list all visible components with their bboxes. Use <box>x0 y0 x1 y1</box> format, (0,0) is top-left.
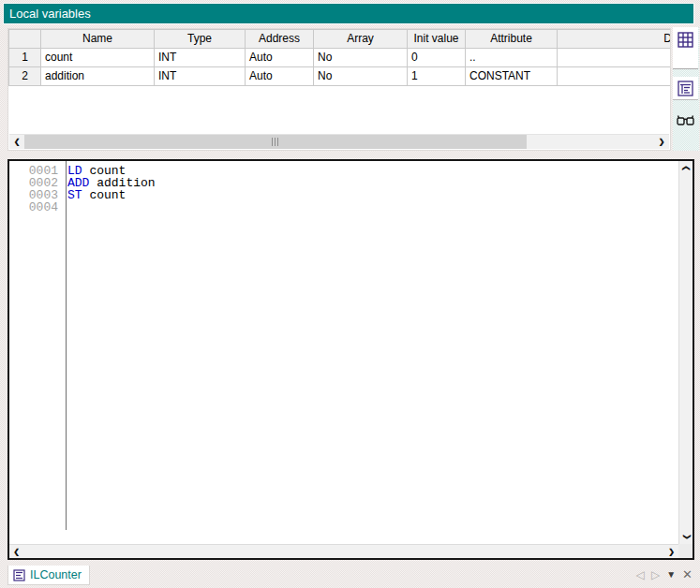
editor-vscrollbar[interactable]: ❮ ❮ <box>678 161 693 544</box>
il-code-editor: 0001 LD count 0002 ADD addition 0003 ST … <box>7 159 694 560</box>
scroll-left-button[interactable]: ❮ <box>9 135 24 149</box>
pane-title: Local variables <box>3 3 694 24</box>
col-header-attribute[interactable]: Attribute <box>466 30 558 49</box>
binoculars-icon <box>677 114 694 133</box>
variables-table: Name Type Address Array Init value Attri… <box>8 29 671 86</box>
cell-attribute[interactable]: CONSTANT <box>466 67 558 86</box>
cell-address[interactable]: Auto <box>246 49 314 67</box>
cell-init-value[interactable]: 1 <box>408 67 466 86</box>
view-toolbar <box>673 27 699 151</box>
grid-view-icon <box>678 32 693 68</box>
row-selector[interactable]: 2 <box>9 67 41 86</box>
cell-type[interactable]: INT <box>155 49 246 67</box>
cell-type[interactable]: INT <box>155 67 246 86</box>
close-tab-icon[interactable]: ✕ <box>682 567 693 581</box>
col-header-type[interactable]: Type <box>155 30 246 49</box>
document-tab-bar: ILCounter ◁ ▷ ▼ ✕ <box>0 560 700 588</box>
col-header-address[interactable]: Address <box>246 30 314 49</box>
program-tab-icon <box>13 569 25 581</box>
scrollbar-grip-icon <box>272 138 279 146</box>
code-line: 0004 <box>9 201 678 213</box>
row-selector[interactable]: 1 <box>9 49 41 67</box>
cell-name[interactable]: addition <box>41 67 155 86</box>
chevron-up-icon: ❮ <box>681 165 690 171</box>
form-view-button[interactable] <box>673 77 698 100</box>
chevron-right-icon: ❯ <box>659 138 665 146</box>
scroll-left-button[interactable]: ❮ <box>9 545 23 559</box>
col-header-array[interactable]: Array <box>314 30 408 49</box>
cell-description[interactable] <box>558 49 671 67</box>
tab-navigation: ◁ ▷ ▼ ✕ <box>636 567 693 581</box>
cell-name[interactable]: count <box>41 49 155 67</box>
scroll-right-button[interactable]: ❯ <box>664 545 678 559</box>
cell-array[interactable]: No <box>314 67 408 86</box>
tab-label: ILCounter <box>30 568 82 581</box>
cell-init-value[interactable]: 0 <box>408 49 466 67</box>
scrollbar-corner <box>678 544 693 558</box>
variables-hscrollbar[interactable]: ❮ ❯ <box>9 134 669 149</box>
chevron-left-icon: ❮ <box>13 548 20 556</box>
tab-ilcounter[interactable]: ILCounter <box>7 566 90 585</box>
chevron-left-icon: ❮ <box>14 138 21 146</box>
prev-tab-icon[interactable]: ◁ <box>636 568 645 581</box>
cell-description[interactable] <box>558 67 671 86</box>
scroll-track[interactable] <box>24 135 654 149</box>
cell-array[interactable]: No <box>314 49 408 67</box>
scroll-down-button[interactable]: ❮ <box>679 530 693 544</box>
local-variables-panel: Name Type Address Array Init value Attri… <box>7 28 671 151</box>
code-line: 0003 ST count <box>9 189 678 201</box>
col-header-description[interactable]: D <box>558 30 671 49</box>
next-tab-icon[interactable]: ▷ <box>651 568 660 581</box>
grid-view-button[interactable] <box>673 27 698 69</box>
gutter-separator <box>66 161 67 530</box>
editor-hscrollbar[interactable]: ❮ ❯ <box>9 544 678 558</box>
scroll-thumb[interactable] <box>24 135 527 149</box>
line-number: 0004 <box>9 201 63 213</box>
cell-address[interactable]: Auto <box>246 67 314 86</box>
tab-menu-icon[interactable]: ▼ <box>666 569 676 580</box>
col-header-init-value[interactable]: Init value <box>408 30 466 49</box>
binoculars-button[interactable] <box>673 110 698 133</box>
chevron-right-icon: ❯ <box>668 548 675 556</box>
form-view-icon <box>678 81 693 99</box>
code-text-area[interactable]: 0001 LD count 0002 ADD addition 0003 ST … <box>9 161 678 544</box>
scroll-up-button[interactable]: ❮ <box>679 161 693 175</box>
cell-attribute[interactable]: .. <box>466 49 558 67</box>
col-header-rownum[interactable] <box>9 30 41 49</box>
chevron-down-icon: ❮ <box>681 534 690 540</box>
col-header-name[interactable]: Name <box>41 30 155 49</box>
code-text: ST count <box>63 189 126 201</box>
scroll-right-button[interactable]: ❯ <box>654 135 669 149</box>
pane-title-label: Local variables <box>9 7 91 21</box>
